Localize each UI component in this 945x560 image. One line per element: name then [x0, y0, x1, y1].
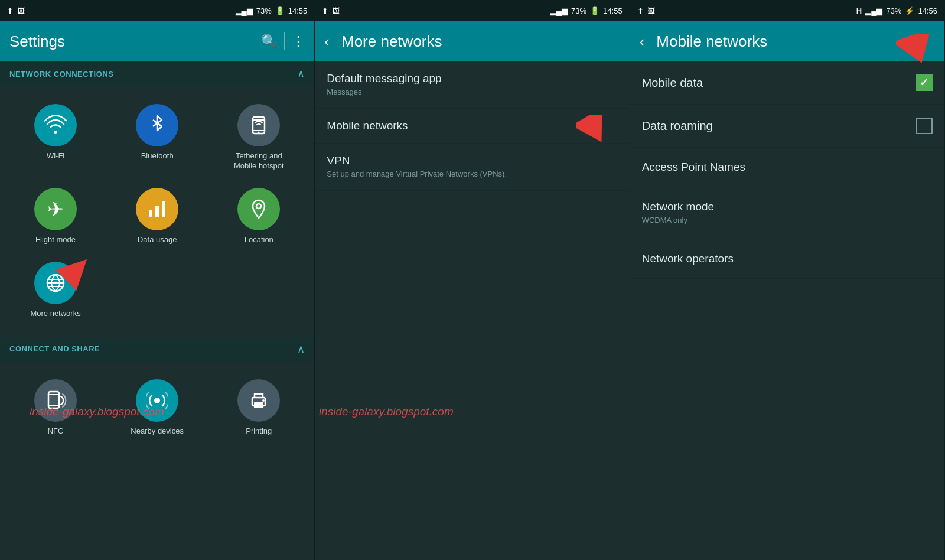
mobile-data-checkbox[interactable] [916, 74, 933, 91]
signal-icon-2: ▂▄▆ [550, 6, 568, 15]
printing-label: Printing [246, 426, 272, 437]
network-mode-item[interactable]: Network mode WCDMA only [630, 187, 944, 239]
battery-text: 73% [256, 6, 272, 15]
bluetooth-item[interactable]: Bluetooth [106, 96, 208, 180]
nearby-devices-label: Nearby devices [131, 426, 184, 437]
nearby-devices-item[interactable]: Nearby devices [106, 371, 208, 445]
flight-mode-label: Flight mode [35, 235, 76, 245]
network-connections-chevron[interactable]: ∧ [297, 67, 305, 80]
vpn-title: VPN [327, 154, 617, 167]
tethering-icon-circle [237, 104, 280, 146]
usb-icon-2: ⬆ [322, 6, 328, 15]
vpn-item[interactable]: VPN Set up and manage Virtual Private Ne… [315, 144, 629, 191]
svg-rect-4 [149, 210, 152, 217]
connect-share-label: CONNECT AND SHARE [9, 344, 100, 353]
divider [284, 32, 285, 50]
data-roaming-checkbox[interactable] [916, 118, 933, 134]
data-usage-label: Data usage [138, 235, 177, 245]
image-icon-3: 🖼 [647, 6, 655, 15]
status-left-icons: ⬆ 🖼 [7, 6, 25, 15]
settings-title: Settings [9, 32, 254, 51]
more-networks-top-bar: ‹ More networks [315, 21, 629, 61]
connect-share-header: CONNECT AND SHARE ∧ [0, 337, 314, 362]
connect-share-grid: NFC Nearby devices [0, 362, 314, 454]
nearby-devices-icon-circle [136, 379, 178, 422]
more-networks-icon-circle [34, 262, 77, 304]
data-roaming-content: Data roaming [642, 119, 916, 133]
battery-text-3: 73% [886, 6, 901, 15]
battery-icon-3: ⚡ [905, 6, 914, 15]
svg-point-7 [256, 204, 261, 209]
usb-icon-3: ⬆ [637, 6, 644, 15]
network-operators-title: Network operators [642, 252, 933, 265]
wifi-label: Wi-Fi [47, 151, 64, 161]
network-operators-item[interactable]: Network operators [630, 239, 944, 279]
time-1: 14:55 [288, 6, 308, 15]
location-icon-circle [237, 188, 280, 230]
data-usage-item[interactable]: Data usage [106, 180, 208, 253]
default-messaging-title: Default messaging app [327, 72, 617, 85]
status-left-icons-3: ⬆ 🖼 [637, 6, 655, 15]
more-networks-item[interactable]: More networks [5, 253, 106, 327]
flight-mode-item[interactable]: ✈ Flight mode [5, 180, 106, 253]
battery-icon: 🔋 [275, 6, 285, 15]
flight-mode-icon-circle: ✈ [34, 188, 77, 230]
default-messaging-item[interactable]: Default messaging app Messages [315, 61, 629, 109]
nfc-item[interactable]: NFC [5, 371, 106, 445]
bluetooth-icon-circle [136, 104, 178, 146]
more-networks-title: More networks [341, 32, 620, 51]
more-networks-content: Default messaging app Messages Mobile ne… [315, 61, 629, 560]
search-icon[interactable]: 🔍 [261, 34, 277, 49]
back-button-2[interactable]: ‹ [324, 32, 330, 51]
tethering-item[interactable]: Tethering and Mobile hotspot [208, 96, 309, 180]
location-item[interactable]: Location [208, 180, 309, 253]
default-messaging-subtitle: Messages [327, 87, 617, 97]
mobile-data-item[interactable]: Mobile data [630, 61, 944, 105]
mobile-data-content: Mobile data [642, 76, 916, 90]
network-mode-subtitle: WCDMA only [642, 215, 933, 226]
settings-top-bar: Settings 🔍 ⋮ [0, 21, 314, 61]
mobile-networks-content: Mobile data Data roaming Access Point Na… [630, 61, 944, 560]
status-left-icons-2: ⬆ 🖼 [322, 6, 340, 15]
connect-share-chevron[interactable]: ∧ [297, 343, 305, 356]
svg-rect-6 [162, 201, 165, 217]
more-networks-panel: ⬆ 🖼 ▂▄▆ 73% 🔋 14:55 ‹ More networks Defa… [315, 0, 630, 560]
network-mode-title: Network mode [642, 200, 933, 213]
svg-rect-5 [155, 206, 159, 217]
wifi-item[interactable]: Wi-Fi [5, 96, 106, 180]
tethering-label: Tethering and Mobile hotspot [234, 151, 284, 171]
printing-item[interactable]: Printing [208, 371, 309, 445]
signal-icon: ▂▄▆ [236, 6, 253, 15]
settings-panel: ⬆ 🖼 ▂▄▆ 73% 🔋 14:55 Settings 🔍 ⋮ NETWORK… [0, 0, 315, 560]
image-icon-2: 🖼 [332, 6, 340, 15]
nfc-icon-circle [34, 379, 77, 422]
mobile-networks-panel: ⬆ 🖼 H ▂▄▆ 73% ⚡ 14:56 ‹ Mobile networks … [630, 0, 945, 560]
mobile-data-title: Mobile data [642, 76, 916, 90]
mobile-networks-item[interactable]: Mobile networks [315, 109, 629, 144]
svg-rect-18 [254, 402, 263, 408]
status-bar-2: ⬆ 🖼 ▂▄▆ 73% 🔋 14:55 [315, 0, 629, 21]
status-bar-3: ⬆ 🖼 H ▂▄▆ 73% ⚡ 14:56 [630, 0, 944, 21]
bluetooth-label: Bluetooth [141, 151, 174, 161]
data-roaming-item[interactable]: Data roaming [630, 105, 944, 148]
mobile-networks-title: Mobile networks [656, 32, 935, 51]
wifi-icon-circle [34, 104, 77, 146]
mobile-networks-top-bar: ‹ Mobile networks [630, 21, 944, 61]
access-point-names-title: Access Point Names [642, 161, 933, 174]
time-2: 14:55 [603, 6, 623, 15]
svg-point-16 [154, 398, 160, 403]
time-3: 14:56 [918, 6, 937, 15]
usb-icon: ⬆ [7, 6, 14, 15]
vpn-subtitle: Set up and manage Virtual Private Networ… [327, 169, 617, 180]
access-point-names-item[interactable]: Access Point Names [630, 148, 944, 187]
svg-point-19 [262, 399, 265, 402]
data-usage-icon-circle [136, 188, 178, 230]
location-label: Location [245, 235, 273, 245]
data-roaming-title: Data roaming [642, 119, 916, 133]
svg-point-3 [258, 132, 260, 134]
menu-icon[interactable]: ⋮ [292, 34, 305, 49]
network-connections-header: NETWORK CONNECTIONS ∧ [0, 61, 314, 86]
mobile-networks-title: Mobile networks [327, 119, 617, 132]
back-button-3[interactable]: ‹ [640, 32, 645, 51]
printing-icon-circle [237, 379, 280, 422]
